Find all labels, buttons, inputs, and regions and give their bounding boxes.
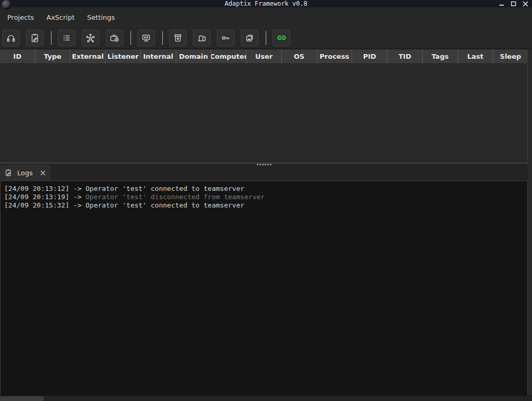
jobs-briefcase-clock-icon — [109, 33, 120, 43]
column-header[interactable]: Internal — [141, 49, 176, 63]
maximize-button[interactable] — [510, 1, 517, 7]
minimize-button[interactable] — [498, 1, 505, 7]
adaptix-window: Adaptix Framework v0.8 Projects AxScript… — [0, 0, 532, 401]
menu-projects[interactable]: Projects — [1, 10, 40, 24]
column-header[interactable]: ID — [0, 49, 35, 63]
clipboard-edit-icon — [30, 33, 40, 43]
window-title: Adaptix Framework v0.8 — [0, 0, 532, 7]
logs-notes-button[interactable] — [26, 30, 44, 46]
column-header[interactable]: Tags — [423, 49, 458, 63]
screenshots-button[interactable] — [241, 30, 258, 46]
log-entry: [24/09 20:15:32] -> Operator 'test' conn… — [4, 201, 527, 210]
network-graph-icon — [85, 33, 96, 43]
column-header[interactable]: External — [70, 49, 106, 63]
column-header[interactable]: PID — [352, 49, 387, 63]
listeners-button[interactable] — [2, 30, 20, 46]
tab-logs-label: Logs — [17, 169, 34, 177]
sessions-graph-button[interactable] — [82, 30, 99, 46]
toolbar — [0, 27, 532, 49]
headphones-listeners-icon — [6, 33, 16, 43]
splitter-handle-icon[interactable] — [257, 164, 271, 165]
log-entry: [24/09 20:13:19] -> Operator 'test' disc… — [4, 193, 527, 201]
panel-splitter[interactable] — [0, 163, 528, 165]
column-header[interactable]: Type — [35, 49, 71, 63]
targets-button[interactable] — [137, 30, 155, 46]
column-header[interactable]: OS — [282, 49, 317, 63]
credentials-button[interactable] — [217, 30, 235, 46]
toolbar-separator — [131, 31, 131, 45]
column-header[interactable]: TID — [387, 49, 423, 63]
column-header[interactable]: Last — [458, 49, 494, 63]
column-header[interactable]: Sleep — [493, 49, 528, 63]
downloads-button[interactable] — [169, 30, 187, 46]
column-header[interactable]: Computer — [211, 49, 246, 63]
connect-button[interactable] — [273, 30, 290, 46]
column-header[interactable]: Domain — [176, 49, 212, 63]
column-header[interactable]: Process — [317, 49, 353, 63]
window-controls — [498, 0, 529, 7]
column-header[interactable]: Listener — [106, 49, 141, 63]
tab-logs[interactable]: Logs — [0, 165, 50, 180]
menu-axscript[interactable]: AxScript — [40, 10, 81, 24]
right-gutter — [528, 49, 532, 395]
horizontal-scrollbar-thumb[interactable] — [0, 396, 44, 401]
menu-settings[interactable]: Settings — [81, 10, 121, 24]
sessions-table-header: ID Type External Listener Internal Domai… — [0, 49, 528, 64]
remote-terminal-arrows-icon — [141, 33, 151, 43]
connect-link-icon — [276, 32, 287, 43]
titlebar: Adaptix Framework v0.8 — [0, 0, 532, 7]
downloads-archive-icon — [173, 33, 183, 43]
tab-close-icon[interactable] — [39, 169, 46, 176]
app-logo-icon — [2, 0, 11, 10]
column-header[interactable]: User — [246, 49, 282, 63]
clipboard-edit-icon — [4, 169, 12, 177]
devices-icon — [197, 33, 207, 43]
sessions-table-body[interactable] — [0, 64, 528, 163]
toolbar-separator — [266, 31, 266, 45]
menubar: Projects AxScript Settings — [0, 7, 532, 27]
jobs-button[interactable] — [106, 30, 123, 46]
close-button[interactable] — [522, 1, 529, 7]
logs-panel[interactable]: [24/09 20:13:12] -> Operator 'test' conn… — [0, 180, 528, 395]
log-entry: [24/09 20:13:12] -> Operator 'test' conn… — [4, 185, 527, 193]
devices-button[interactable] — [193, 30, 211, 46]
main-content: ID Type External Listener Internal Domai… — [0, 49, 532, 395]
list-sessions-icon — [61, 33, 72, 43]
toolbar-separator — [51, 31, 51, 45]
horizontal-scrollbar[interactable] — [0, 395, 532, 401]
screenshots-gallery-icon — [244, 33, 255, 43]
sessions-list-button[interactable] — [58, 30, 75, 46]
credentials-key-icon — [220, 33, 231, 43]
toolbar-separator — [162, 31, 163, 45]
bottom-tabbar: Logs — [0, 165, 528, 180]
